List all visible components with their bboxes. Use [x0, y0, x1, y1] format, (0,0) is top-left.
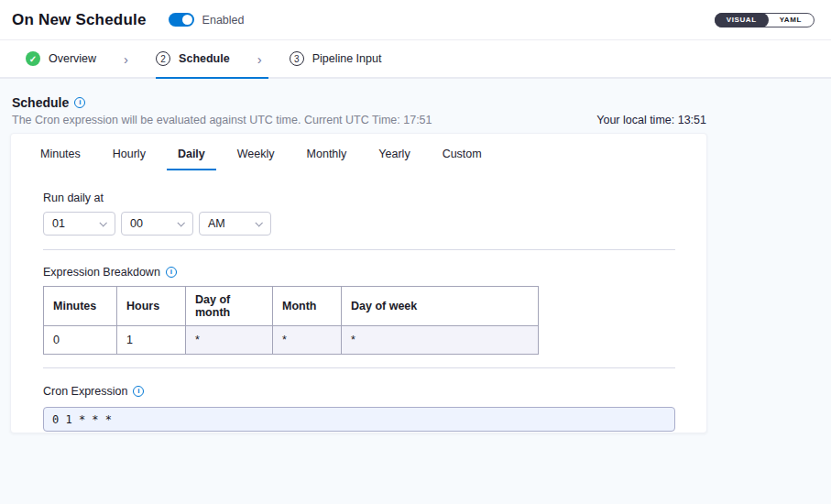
- frequency-tabs: Minutes Hourly Daily Weekly Monthly Year…: [29, 148, 674, 170]
- step-pipeline-input[interactable]: 3 Pipeline Input: [290, 51, 382, 66]
- expression-breakdown-label: Expression Breakdown: [43, 266, 160, 279]
- chevron-down-icon: [177, 219, 184, 226]
- info-icon[interactable]: i: [133, 386, 144, 397]
- cron-expression-input[interactable]: 0 1 * * *: [43, 407, 675, 432]
- step-2-circle: 2: [156, 51, 170, 66]
- chevron-down-icon: [99, 219, 106, 226]
- enabled-toggle[interactable]: [169, 13, 194, 27]
- col-header-minutes: Minutes: [44, 287, 117, 326]
- expression-breakdown-heading: Expression Breakdown i: [43, 266, 674, 279]
- cell-day-of-month-value: *: [186, 326, 273, 355]
- utc-subtitle: The Cron expression will be evaluated ag…: [12, 114, 432, 126]
- tab-monthly[interactable]: Monthly: [296, 148, 358, 170]
- col-header-day-of-month: Day of month: [186, 287, 273, 326]
- check-icon: ✓: [26, 51, 40, 66]
- cell-hours-value: 1: [117, 326, 186, 355]
- visual-yaml-toggle: VISUAL YAML: [715, 13, 815, 27]
- enabled-toggle-label: Enabled: [202, 14, 245, 27]
- ampm-select[interactable]: AM: [199, 212, 271, 236]
- step-overview[interactable]: ✓ Overview: [26, 51, 96, 66]
- chevron-down-icon: [255, 219, 262, 226]
- page-title: On New Schedule: [12, 11, 147, 29]
- chevron-right-icon: ›: [257, 52, 262, 66]
- step-3-circle: 3: [290, 51, 304, 66]
- col-header-month: Month: [273, 287, 342, 326]
- yaml-toggle-button[interactable]: YAML: [768, 16, 814, 24]
- hour-select-value: 01: [52, 217, 65, 230]
- minute-select[interactable]: 00: [121, 212, 193, 236]
- step-schedule-label: Schedule: [179, 52, 230, 65]
- info-icon[interactable]: i: [166, 267, 177, 278]
- schedule-card: Minutes Hourly Daily Weekly Monthly Year…: [10, 133, 707, 433]
- cell-day-of-week-value: *: [342, 326, 539, 355]
- wizard-step-bar: ✓ Overview › 2 Schedule › 3 Pipeline Inp…: [0, 39, 831, 79]
- cell-month-value: *: [273, 326, 342, 355]
- cron-expression-heading: Cron Expression i: [43, 385, 674, 398]
- run-daily-label: Run daily at: [43, 192, 674, 204]
- tab-hourly[interactable]: Hourly: [102, 148, 157, 170]
- col-header-hours: Hours: [117, 287, 186, 326]
- tab-daily[interactable]: Daily: [167, 148, 216, 170]
- schedule-subhead-row: The Cron expression will be evaluated ag…: [12, 114, 706, 126]
- hour-select[interactable]: 01: [43, 212, 115, 236]
- info-icon[interactable]: i: [74, 97, 85, 108]
- top-header: On New Schedule Enabled VISUAL YAML: [0, 0, 831, 39]
- divider: [43, 367, 675, 368]
- expression-breakdown-table: Minutes Hours Day of month Month Day of …: [43, 286, 539, 355]
- tab-custom[interactable]: Custom: [432, 148, 493, 170]
- tab-minutes[interactable]: Minutes: [29, 148, 92, 170]
- schedule-heading-text: Schedule: [12, 95, 69, 110]
- tab-yearly[interactable]: Yearly: [367, 148, 421, 170]
- visual-toggle-button[interactable]: VISUAL: [715, 13, 769, 27]
- schedule-content: Schedule i The Cron expression will be e…: [0, 79, 831, 504]
- table-value-row: 0 1 * * *: [44, 326, 539, 355]
- ampm-select-value: AM: [208, 217, 225, 230]
- step-pipeline-input-label: Pipeline Input: [312, 52, 382, 65]
- step-overview-label: Overview: [49, 52, 96, 65]
- chevron-right-icon: ›: [124, 52, 128, 66]
- schedule-section-heading: Schedule i: [12, 95, 831, 110]
- active-step-underline: [156, 77, 268, 79]
- divider: [43, 249, 675, 250]
- cell-minutes-value: 0: [44, 326, 117, 355]
- cron-expression-label: Cron Expression: [43, 385, 127, 398]
- local-time: Your local time: 13:51: [596, 114, 706, 126]
- toggle-knob: [182, 15, 192, 25]
- col-header-day-of-week: Day of week: [342, 287, 539, 326]
- time-selects-row: 01 00 AM: [43, 212, 674, 236]
- table-header-row: Minutes Hours Day of month Month Day of …: [44, 287, 539, 326]
- minute-select-value: 00: [130, 217, 143, 230]
- step-schedule[interactable]: 2 Schedule: [156, 51, 230, 66]
- tab-weekly[interactable]: Weekly: [226, 148, 286, 170]
